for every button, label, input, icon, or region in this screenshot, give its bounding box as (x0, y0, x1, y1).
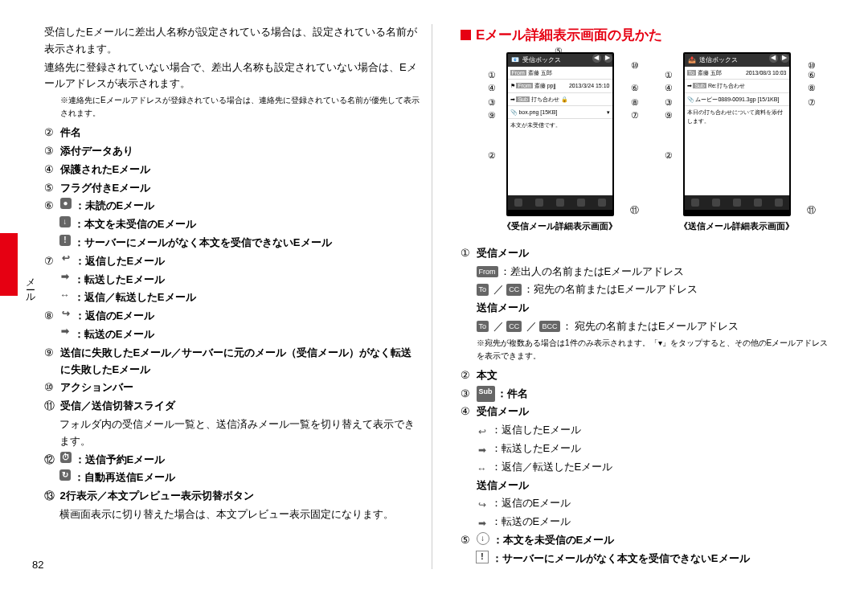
phone-1-nav: ◀▶ (592, 54, 612, 63)
r-item-1-note: ※宛先が複数ある場合は1件のみ表示されます。「▾」をタップすると、その他のEメー… (461, 337, 836, 363)
item-7c: ↔：返信／転送したEメール (44, 289, 420, 306)
phone-2-bottom (685, 195, 789, 210)
p2-callout-4: ④ (665, 81, 673, 96)
r-item-1b: To ／ CC：宛先の名前またはEメールアドレス (461, 281, 836, 298)
scheduled-send-icon: ⏱ (60, 452, 72, 463)
r-item-4b: ➡：転送したEメール (461, 440, 836, 457)
next-icon: ▶ (604, 54, 612, 63)
p2-callout-11: ⑪ (807, 203, 816, 218)
reply-forward-icon-2: ↔ (477, 463, 488, 474)
mail-out-icon: 📤 (688, 55, 696, 66)
r-item-4: ④受信メール (461, 404, 836, 420)
callout-4: ④ (488, 81, 496, 96)
item-11: ⑪受信／送信切替スライダ (44, 398, 420, 415)
sub-badge: Sub (477, 386, 495, 403)
item-2: ②件名 (44, 125, 420, 141)
ph1-body: 本文が未受信です。 (508, 119, 612, 131)
r-item-1: ①受信メール (461, 245, 836, 262)
r-item-1c: To ／ CC ／ BCC： 宛先の名前またはEメールアドレス (461, 318, 836, 335)
r-item-4a: ↩：返信したEメール (461, 422, 836, 439)
btm-ic-3 (556, 199, 564, 207)
forward-arrow-icon: ➡ (59, 272, 71, 283)
phone-2-nav: ◀▶ (769, 54, 789, 63)
item-12: ⑫⏱：送信予約Eメール (44, 452, 420, 469)
ph2-body: 本日の打ち合わせについて資料を添付します。 (685, 106, 789, 127)
ph1-from2: ⚑ From 斎藤 ppjj 2013/3/24 15:10 (508, 80, 612, 92)
item-6c: !：サーバーにメールがなく本文を受信できないEメール (44, 235, 420, 252)
r-item-4e: ➡：転送のEメール (461, 514, 836, 531)
phone-1-wrap: ⑤ ① ④ ③ ⑨ ② ⑩ ⑥ ⑧ ⑦ ⑪ 📧受信ボックス ◀▶ From 斎藤 (480, 52, 641, 234)
ph2-to: To 斎藤 五郎 2013/08/3 10:03 (685, 67, 789, 80)
p2-callout-3: ③ (665, 96, 673, 110)
phones: ⑤ ① ④ ③ ⑨ ② ⑩ ⑥ ⑧ ⑦ ⑪ 📧受信ボックス ◀▶ From 斎藤 (461, 52, 836, 234)
phone-1-header: 📧受信ボックス ◀▶ (508, 54, 612, 67)
red-square-icon (461, 30, 471, 40)
to-badge: To (477, 284, 489, 295)
btm-ic-4 (577, 199, 585, 207)
callout-2: ② (488, 149, 496, 163)
phone-2-wrap: ① ④ ③ ⑨ ② ⑩ ⑥ ⑧ ⑦ ⑪ 📤送信ボックス ◀▶ To 斎藤 五郎 … (657, 52, 817, 234)
phone-2-header: 📤送信ボックス ◀▶ (685, 54, 789, 67)
page-number: 82 (32, 557, 43, 574)
r-item-4-send: 送信メール (461, 477, 836, 494)
callout-6: ⑥ (631, 81, 639, 96)
item-8b: ➡：転送のEメール (44, 326, 420, 343)
item-5: ⑤フラグ付きEメール (44, 180, 420, 197)
prev-icon-2: ◀ (769, 54, 778, 63)
para-1: 受信したEメールに差出人名称が設定されている場合は、設定されている名前が表示され… (44, 24, 420, 58)
btm-ic-9 (754, 199, 762, 207)
r-item-1a: From：差出人の名前またはEメールアドレス (461, 264, 836, 281)
cc-badge: CC (506, 284, 522, 295)
callout-9: ⑨ (488, 109, 496, 123)
mail-icon: 📧 (511, 55, 519, 66)
auto-resend-icon: ↻ (59, 469, 71, 481)
p2-callout-6: ⑥ (808, 68, 816, 83)
phone-1-caption: 《受信メール詳細表示画面》 (480, 219, 641, 234)
section-title: Eメール詳細表示画面の見かた (461, 24, 836, 46)
note-1: ※連絡先にEメールアドレスが登録されている場合は、連絡先に登録されている名前が優… (44, 94, 420, 120)
p2-callout-9: ⑨ (665, 109, 673, 123)
para-2: 連絡先に登録されていない場合で、差出人名称も設定されていない場合は、Eメールアド… (44, 59, 420, 93)
btm-ic-6 (691, 199, 699, 207)
item-8: ⑧↪：返信のEメール (44, 308, 420, 325)
btm-ic-1 (514, 199, 522, 207)
ph2-attach: 📎 ムービー0889-0091.3gp [15/1KB] (685, 93, 789, 106)
callout-1: ① (488, 68, 496, 83)
reply-arrow-icon: ↩ (60, 253, 72, 264)
page: 受信したEメールに差出人名称が設定されている場合は、設定されている名前が表示され… (0, 0, 868, 585)
to-badge-2: To (477, 321, 489, 332)
r-item-1-send: 送信メール (461, 300, 836, 317)
unread-circle-icon: ● (60, 198, 72, 209)
r-item-4d: ↪：返信のEメール (461, 495, 836, 512)
btm-ic-5 (598, 199, 606, 207)
forward-of-icon-2: ➡ (477, 518, 488, 530)
r-item-5b: !：サーバーにメールがなく本文を受信できないEメール (461, 551, 836, 567)
forward-of-icon: ➡ (59, 326, 71, 338)
ph1-attach: 📎 box.png [15KB] ▾ (508, 106, 612, 119)
left-column: 受信したEメールに差出人名称が設定されている場合は、設定されている名前が表示され… (0, 24, 432, 569)
phone-2-caption: 《送信メール詳細表示画面》 (657, 219, 817, 234)
item-13: ⑬2行表示／本文プレビュー表示切替ボタン (44, 488, 420, 505)
ph1-from: From 斎藤 五郎 (508, 67, 612, 80)
reply-of-icon-2: ↪ (477, 500, 488, 511)
item-4: ④保護されたEメール (44, 162, 420, 178)
callout-8: ⑧ (631, 96, 639, 110)
item-6b: ↓：本文を未受信のEメール (44, 216, 420, 233)
btm-ic-7 (712, 199, 720, 207)
prev-icon: ◀ (592, 54, 601, 63)
phone-1: 📧受信ボックス ◀▶ From 斎藤 五郎 ⚑ From 斎藤 ppjj 201… (506, 52, 614, 216)
p2-callout-1: ① (665, 68, 673, 83)
item-13-desc: 横画面表示に切り替えた場合は、本文プレビュー表示固定になります。 (44, 506, 420, 523)
p2-callout-8: ⑧ (808, 81, 816, 96)
warn-icon: ! (59, 235, 71, 246)
warn-triangle-icon: ! (476, 551, 489, 563)
reply-forward-icon: ↔ (59, 289, 71, 301)
btm-ic-10 (775, 199, 783, 207)
btm-ic-8 (733, 199, 741, 207)
item-12b: ↻：自動再送信Eメール (44, 469, 420, 486)
bcc-badge: BCC (539, 321, 559, 332)
right-column: Eメール詳細表示画面の見かた ⑤ ① ④ ③ ⑨ ② ⑩ ⑥ ⑧ ⑦ ⑪ 📧受信… (432, 24, 836, 569)
item-6: ⑥●：未読のEメール (44, 198, 420, 215)
item-11-desc: フォルダ内の受信メール一覧と、送信済みメール一覧を切り替えて表示できます。 (44, 416, 420, 450)
cc-badge-2: CC (506, 321, 522, 332)
